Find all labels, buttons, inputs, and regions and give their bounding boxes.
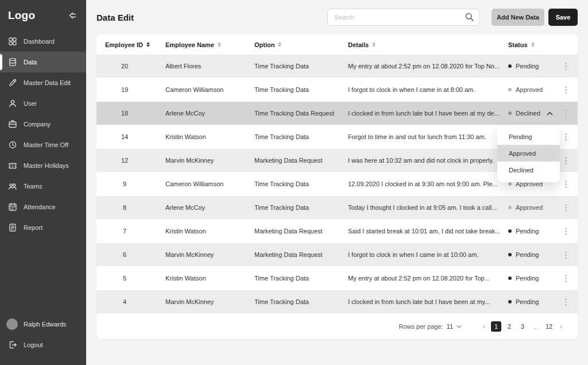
status-select[interactable]: Approved	[508, 86, 554, 93]
status-label: Pending	[516, 298, 539, 305]
clock-icon	[8, 140, 17, 149]
column-header-option[interactable]: Option	[254, 41, 348, 48]
cell-details: I was here at 10:32 am and did not clock…	[348, 157, 508, 164]
app-logo: Logo	[8, 9, 35, 22]
pagination: ‹ 1 2 3 ... 12 ›	[480, 321, 565, 332]
status-select[interactable]: Approved	[508, 204, 554, 211]
avatar	[6, 318, 18, 330]
sidebar-item-attendance[interactable]: Attendance	[0, 197, 86, 217]
cell-details: 12.09.2020 I clocked in at 9:30 am not 9…	[348, 180, 508, 187]
cell-option: Time Tracking Data Request	[254, 110, 348, 117]
cell-employee-id: 7	[96, 228, 165, 235]
status-select[interactable]: Declined	[508, 110, 554, 117]
sidebar-nav: DashboardDataMaster Data EditUserCompany…	[0, 31, 86, 238]
status-label: Pending	[516, 251, 539, 258]
row-menu-button[interactable]	[554, 275, 578, 282]
kebab-icon	[565, 298, 567, 306]
collapse-sidebar-button[interactable]	[65, 9, 78, 22]
status-select[interactable]: Pending	[508, 63, 554, 70]
sidebar-item-user[interactable]: User	[0, 93, 86, 114]
dropdown-option-pending[interactable]: Pending	[497, 128, 560, 145]
main-content: Data Edit Add New Data Save Employee ID …	[86, 0, 588, 365]
page-button-2[interactable]: 2	[504, 321, 514, 332]
table-row[interactable]: 6 Marvin McKinney Marketing Data Request…	[96, 243, 578, 267]
row-menu-button[interactable]	[554, 204, 578, 212]
search-box	[327, 9, 479, 26]
cell-details: I clocked in from lunch late but I have …	[348, 110, 508, 117]
column-label: Status	[508, 41, 528, 48]
dropdown-option-approved[interactable]: Approved	[497, 145, 560, 162]
sidebar-item-label: User	[24, 100, 37, 107]
page-button-3[interactable]: 3	[517, 321, 528, 332]
database-icon	[8, 57, 17, 67]
status-dot	[508, 300, 512, 303]
sort-icon	[146, 42, 150, 47]
column-header-details[interactable]: Details	[348, 41, 508, 48]
sidebar-item-master-data-edit[interactable]: Master Data Edit	[0, 72, 86, 93]
status-dot	[508, 64, 512, 68]
sidebar-item-label: Master Data Edit	[24, 79, 71, 86]
rows-per-page-select[interactable]: Rows per page: 11	[399, 323, 462, 330]
column-header-employee-id[interactable]: Employee ID	[96, 41, 165, 48]
row-menu-button[interactable]	[554, 63, 578, 70]
table-row[interactable]: 7 Kristin Watson Marketing Data Request …	[96, 220, 578, 243]
page-button-12[interactable]: 12	[544, 321, 554, 332]
sidebar-user[interactable]: Ralph Edwards	[0, 314, 86, 335]
row-menu-button[interactable]	[554, 86, 578, 94]
sidebar-item-master-time-off[interactable]: Master Time Off	[0, 135, 86, 155]
next-page-button[interactable]: ›	[557, 322, 565, 331]
status-dot	[508, 182, 512, 186]
sidebar-item-label: Master Holidays	[24, 162, 69, 169]
cell-details: My entry at about 2:52 pm on 12.08.2020 …	[348, 63, 508, 70]
sidebar-item-dashboard[interactable]: Dashboard	[0, 31, 86, 52]
status-select[interactable]: Pending	[508, 251, 554, 258]
data-table-card: Employee ID Employee Name Option Details…	[96, 34, 578, 339]
sidebar-item-teams[interactable]: Teams	[0, 176, 86, 197]
calendar-icon	[8, 202, 17, 212]
table-row[interactable]: 5 Kristin Watson Time Tracking Data My e…	[96, 267, 578, 290]
cell-option: Time Tracking Data	[254, 204, 348, 211]
logout-button[interactable]: Logout	[0, 335, 86, 355]
search-input[interactable]	[327, 9, 479, 26]
sidebar: Logo DashboardDataMaster Data EditUserCo…	[0, 0, 86, 365]
save-button[interactable]: Save	[548, 9, 578, 26]
column-header-status[interactable]: Status	[508, 41, 554, 48]
row-menu-button[interactable]	[554, 298, 578, 306]
briefcase-icon	[8, 120, 17, 129]
column-label: Option	[254, 41, 274, 48]
table-row[interactable]: 19 Cameron Williamson Time Tracking Data…	[96, 78, 578, 102]
column-label: Details	[348, 41, 369, 48]
row-menu-button[interactable]	[554, 251, 578, 259]
sort-icon	[218, 42, 221, 47]
kebab-icon	[565, 204, 567, 212]
row-menu-button[interactable]	[554, 228, 578, 235]
sidebar-item-label: Attendance	[24, 203, 56, 210]
cell-employee-id: 8	[96, 204, 165, 211]
sidebar-item-data[interactable]: Data	[0, 52, 86, 72]
sidebar-item-report[interactable]: Report	[0, 217, 86, 238]
sidebar-item-label: Company	[24, 121, 51, 128]
row-menu-button[interactable]	[554, 110, 578, 117]
cell-details: I forgot to clock in when I came in at 1…	[348, 251, 508, 258]
status-select[interactable]: Pending	[508, 228, 554, 235]
sidebar-item-master-holidays[interactable]: Master Holidays	[0, 155, 86, 176]
add-new-data-button[interactable]: Add New Data	[492, 9, 544, 26]
table-row[interactable]: 8 Arlene McCoy Time Tracking Data Today …	[96, 196, 578, 220]
ticket-icon	[8, 161, 17, 170]
sidebar-item-company[interactable]: Company	[0, 114, 86, 135]
cell-details: I clocked in from lunch late but I have …	[348, 298, 508, 305]
status-select[interactable]: Pending	[508, 275, 554, 282]
table-row[interactable]: 4 Marvin McKinney Time Tracking Data I c…	[96, 290, 578, 314]
table-row[interactable]: 20 Albert Flores Time Tracking Data My e…	[96, 55, 578, 78]
status-select[interactable]: Pending	[508, 298, 554, 305]
table-row[interactable]: 18 Arlene McCoy Time Tracking Data Reque…	[96, 102, 578, 125]
cell-option: Time Tracking Data	[254, 86, 348, 93]
column-header-employee-name[interactable]: Employee Name	[165, 41, 254, 48]
page-button-1[interactable]: 1	[491, 321, 501, 332]
cell-employee-name: Marvin McKinney	[165, 298, 254, 305]
kebab-icon	[565, 110, 567, 117]
sidebar-item-label: Master Time Off	[24, 141, 68, 148]
cell-details: My entry at about 2:52 pm on 12.08.2020 …	[348, 275, 508, 282]
dropdown-option-declined[interactable]: Declined	[497, 162, 560, 178]
previous-page-button[interactable]: ‹	[480, 322, 488, 331]
